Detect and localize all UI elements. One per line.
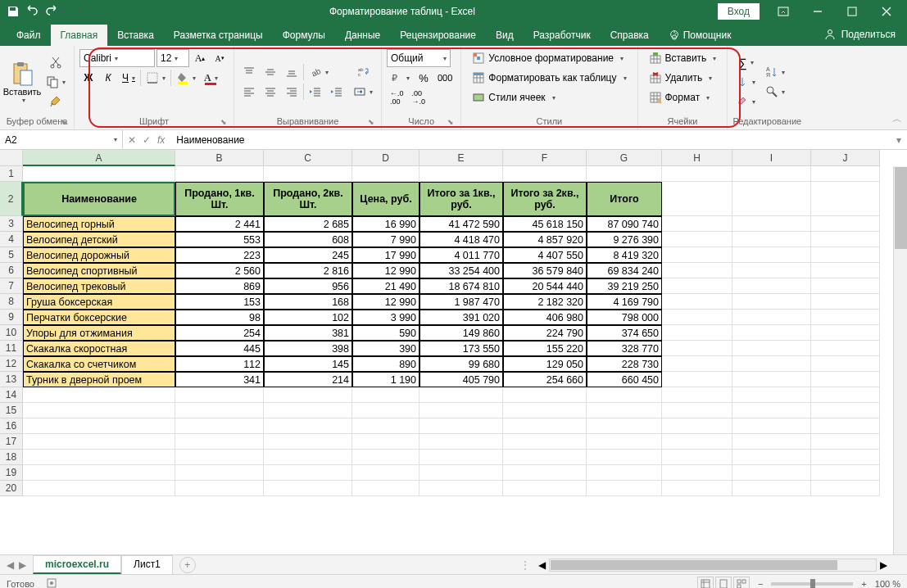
row-header-15[interactable]: 15	[0, 403, 23, 418]
cell-D13[interactable]: 1 190	[352, 372, 419, 387]
tab-формулы[interactable]: Формулы	[273, 25, 335, 46]
cell-E16[interactable]	[419, 418, 503, 434]
column-headers[interactable]: ABCDEFGHIJ	[23, 150, 880, 166]
cell-F4[interactable]: 4 857 920	[503, 232, 587, 247]
col-header-E[interactable]: E	[419, 150, 503, 166]
cell-C19[interactable]	[264, 465, 352, 481]
cell-H5[interactable]	[662, 247, 732, 263]
ribbon-display-options[interactable]	[766, 0, 800, 23]
cell-G9[interactable]: 798 000	[587, 310, 662, 325]
cell-J17[interactable]	[811, 434, 880, 450]
align-left-button[interactable]	[239, 83, 259, 101]
cell-styles-button[interactable]: Стили ячеек▾	[466, 88, 560, 106]
cell-B7[interactable]: 869	[175, 278, 264, 294]
cell-I14[interactable]	[732, 387, 811, 403]
tab-вид[interactable]: Вид	[486, 25, 524, 46]
tab-помощник[interactable]: Помощник	[659, 24, 741, 46]
clear-button[interactable]: ▾	[732, 93, 759, 111]
row-header-12[interactable]: 12	[0, 356, 23, 372]
cell-H12[interactable]	[662, 356, 732, 372]
cell-E13[interactable]: 405 790	[419, 372, 503, 387]
underline-button[interactable]: Ч▾	[119, 69, 138, 87]
cell-J20[interactable]	[811, 481, 880, 496]
cell-H11[interactable]	[662, 341, 732, 356]
zoom-out-button[interactable]: −	[758, 579, 763, 589]
cell-E9[interactable]: 391 020	[419, 310, 503, 325]
cell-A9[interactable]: Перчатки боксерские	[23, 310, 175, 325]
wrap-text-button[interactable]: abc	[350, 63, 376, 81]
cell-C20[interactable]	[264, 481, 352, 496]
cell-B10[interactable]: 254	[175, 325, 264, 341]
row-header-14[interactable]: 14	[0, 387, 23, 403]
conditional-format-button[interactable]: Условное форматирование▾	[466, 49, 629, 67]
cell-D16[interactable]	[352, 418, 419, 434]
cell-D11[interactable]: 390	[352, 341, 419, 356]
cell-B6[interactable]: 2 560	[175, 263, 264, 278]
cell-A2[interactable]: Наименование	[23, 182, 175, 216]
row-header-20[interactable]: 20	[0, 481, 23, 496]
cell-B16[interactable]	[175, 418, 264, 434]
cell-F14[interactable]	[503, 387, 587, 403]
cell-J19[interactable]	[811, 465, 880, 481]
cell-E14[interactable]	[419, 387, 503, 403]
cell-H9[interactable]	[662, 310, 732, 325]
cell-E20[interactable]	[419, 481, 503, 496]
cell-G17[interactable]	[587, 434, 662, 450]
hscroll-right[interactable]: ▶	[877, 559, 891, 571]
cell-I4[interactable]	[732, 232, 811, 247]
zoom-level[interactable]: 100 %	[875, 579, 900, 589]
cell-G4[interactable]: 9 276 390	[587, 232, 662, 247]
cell-J13[interactable]	[811, 372, 880, 387]
cell-F16[interactable]	[503, 418, 587, 434]
tab-данные[interactable]: Данные	[335, 25, 390, 46]
cell-J4[interactable]	[811, 232, 880, 247]
cell-E17[interactable]	[419, 434, 503, 450]
cell-J16[interactable]	[811, 418, 880, 434]
fill-button[interactable]: ▾	[732, 73, 759, 91]
cell-E10[interactable]: 149 860	[419, 325, 503, 341]
cell-E6[interactable]: 33 254 400	[419, 263, 503, 278]
cell-D2[interactable]: Цена, руб.	[352, 182, 419, 216]
cell-G6[interactable]: 69 834 240	[587, 263, 662, 278]
borders-button[interactable]: ▾	[143, 69, 169, 87]
cell-F6[interactable]: 36 579 840	[503, 263, 587, 278]
row-header-8[interactable]: 8	[0, 294, 23, 310]
cell-G1[interactable]	[587, 166, 662, 182]
increase-decimal-button[interactable]: ←.0.00	[387, 88, 407, 106]
font-dialog-launcher[interactable]: ⬊	[219, 118, 229, 128]
cell-F18[interactable]	[503, 450, 587, 465]
row-header-17[interactable]: 17	[0, 434, 23, 450]
tab-справка[interactable]: Справка	[601, 25, 659, 46]
zoom-in-button[interactable]: +	[861, 579, 866, 589]
align-bottom-button[interactable]	[282, 63, 302, 81]
col-header-A[interactable]: A	[23, 150, 175, 166]
cancel-formula-button[interactable]: ✕	[128, 134, 136, 146]
align-middle-button[interactable]	[261, 63, 280, 81]
cell-G7[interactable]: 39 219 250	[587, 278, 662, 294]
cell-C14[interactable]	[264, 387, 352, 403]
cell-A12[interactable]: Скакалка со счетчиком	[23, 356, 175, 372]
row-header-13[interactable]: 13	[0, 372, 23, 387]
row-header-4[interactable]: 4	[0, 232, 23, 247]
insert-cells-button[interactable]: Вставить▾	[643, 49, 723, 67]
cell-E3[interactable]: 41 472 590	[419, 216, 503, 232]
cell-C3[interactable]: 2 685	[264, 216, 352, 232]
cell-D10[interactable]: 590	[352, 325, 419, 341]
redo-button[interactable]: ▾	[46, 2, 66, 21]
number-dialog-launcher[interactable]: ⬊	[446, 118, 456, 128]
tab-главная[interactable]: Главная	[51, 25, 108, 46]
col-header-H[interactable]: H	[662, 150, 732, 166]
fill-color-button[interactable]: ▾	[173, 69, 199, 87]
cell-I6[interactable]	[732, 263, 811, 278]
tab-разработчик[interactable]: Разработчик	[524, 25, 601, 46]
add-sheet-button[interactable]: +	[179, 557, 196, 573]
cell-I8[interactable]	[732, 294, 811, 310]
cell-G19[interactable]	[587, 465, 662, 481]
cell-H4[interactable]	[662, 232, 732, 247]
cell-D20[interactable]	[352, 481, 419, 496]
cell-B17[interactable]	[175, 434, 264, 450]
cell-B13[interactable]: 341	[175, 372, 264, 387]
row-header-9[interactable]: 9	[0, 310, 23, 325]
cell-F2[interactable]: Итого за 2кв., руб.	[503, 182, 587, 216]
cell-F20[interactable]	[503, 481, 587, 496]
